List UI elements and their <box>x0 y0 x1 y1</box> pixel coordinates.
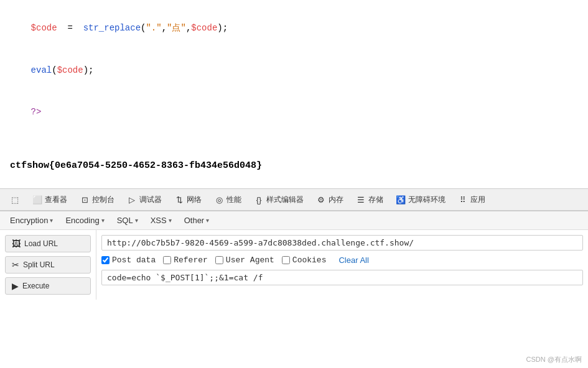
performance-icon: ◎ <box>214 195 224 205</box>
hackbar: Encryption ▾ Encoding ▾ SQL ▾ XSS ▾ Othe… <box>0 211 588 300</box>
devtools-inspect-btn[interactable]: ⬚ <box>5 192 25 207</box>
memory-icon: ⚙ <box>316 195 326 205</box>
execute-icon: ▶ <box>12 281 19 291</box>
encryption-menu[interactable]: Encryption ▾ <box>5 214 58 227</box>
encryption-chevron: ▾ <box>50 217 53 224</box>
clear-all-button[interactable]: Clear All <box>336 255 371 265</box>
code-line-3: ?> <box>10 91 578 132</box>
referer-checkbox-label[interactable]: Referer <box>163 255 208 265</box>
devtools-style-editor-btn[interactable]: {} 样式编辑器 <box>249 192 309 208</box>
split-url-icon: ✂ <box>12 260 19 270</box>
hackbar-body: 🖼 Load URL ✂ Split URL ▶ Execute Post da… <box>0 230 588 300</box>
hackbar-right-panel: Post data Referer User Agent Cookies Cle… <box>96 230 588 300</box>
apps-icon: ⠿ <box>458 195 468 205</box>
hackbar-menu-row: Encryption ▾ Encoding ▾ SQL ▾ XSS ▾ Othe… <box>0 211 588 230</box>
split-url-button[interactable]: ✂ Split URL <box>5 256 91 274</box>
sql-menu[interactable]: SQL ▾ <box>112 214 143 227</box>
user-agent-checkbox[interactable] <box>215 256 223 264</box>
devtools-viewer-btn[interactable]: ⬜ 查看器 <box>27 192 72 208</box>
post-data-input[interactable] <box>101 270 583 285</box>
debugger-icon: ▷ <box>127 195 137 205</box>
devtools-storage-btn[interactable]: ☰ 存储 <box>351 192 388 208</box>
xss-chevron: ▾ <box>169 217 172 224</box>
url-input[interactable] <box>101 235 583 251</box>
code-line-2: eval($code); <box>10 49 578 91</box>
devtools-performance-btn[interactable]: ◎ 性能 <box>209 192 246 208</box>
execute-button[interactable]: ▶ Execute <box>5 277 91 295</box>
encoding-chevron: ▾ <box>101 217 105 224</box>
devtools-debugger-btn[interactable]: ▷ 调试器 <box>122 192 167 208</box>
other-menu[interactable]: Other ▾ <box>179 214 215 227</box>
inspect-icon: ⬚ <box>10 195 20 205</box>
code-display: $code = str_replace(".","点",$code); eval… <box>0 0 588 155</box>
code-line-1: $code = str_replace(".","点",$code); <box>10 7 578 49</box>
watermark: CSDN @有点水啊 <box>526 355 582 364</box>
accessibility-icon: ♿ <box>396 195 406 205</box>
devtools-accessibility-btn[interactable]: ♿ 无障碍环境 <box>391 192 450 208</box>
xss-menu[interactable]: XSS ▾ <box>146 214 177 227</box>
console-icon: ⊡ <box>80 195 90 205</box>
dev-toolbar: ⬚ ⬜ 查看器 ⊡ 控制台 ▷ 调试器 ⇅ 网络 ◎ 性能 {} 样式编辑器 ⚙… <box>0 188 588 211</box>
user-agent-checkbox-label[interactable]: User Agent <box>215 255 274 265</box>
encoding-menu[interactable]: Encoding ▾ <box>60 214 109 227</box>
storage-icon: ☰ <box>356 195 366 205</box>
network-icon: ⇅ <box>174 195 184 205</box>
flag-output: ctfshow{0e6a7054-5250-4652-8363-fb434e56… <box>0 155 588 176</box>
code-func: str_replace <box>83 23 141 33</box>
devtools-apps-btn[interactable]: ⠿ 应用 <box>453 192 490 208</box>
load-url-button[interactable]: 🖼 Load URL <box>5 235 91 252</box>
post-data-checkbox[interactable] <box>101 256 110 264</box>
other-chevron: ▾ <box>206 217 209 224</box>
devtools-memory-btn[interactable]: ⚙ 内存 <box>311 192 348 208</box>
style-editor-icon: {} <box>254 195 264 205</box>
code-var: $code <box>31 23 57 33</box>
cookies-checkbox[interactable] <box>282 256 290 264</box>
hackbar-left-panel: 🖼 Load URL ✂ Split URL ▶ Execute <box>0 230 96 300</box>
devtools-network-btn[interactable]: ⇅ 网络 <box>169 192 207 208</box>
devtools-console-btn[interactable]: ⊡ 控制台 <box>75 192 119 208</box>
options-row: Post data Referer User Agent Cookies Cle… <box>101 255 583 265</box>
cookies-checkbox-label[interactable]: Cookies <box>282 255 327 265</box>
post-data-checkbox-label[interactable]: Post data <box>101 255 156 265</box>
referer-checkbox[interactable] <box>163 256 171 264</box>
sql-chevron: ▾ <box>135 217 138 224</box>
load-url-icon: 🖼 <box>12 239 21 249</box>
viewer-icon: ⬜ <box>32 195 42 205</box>
